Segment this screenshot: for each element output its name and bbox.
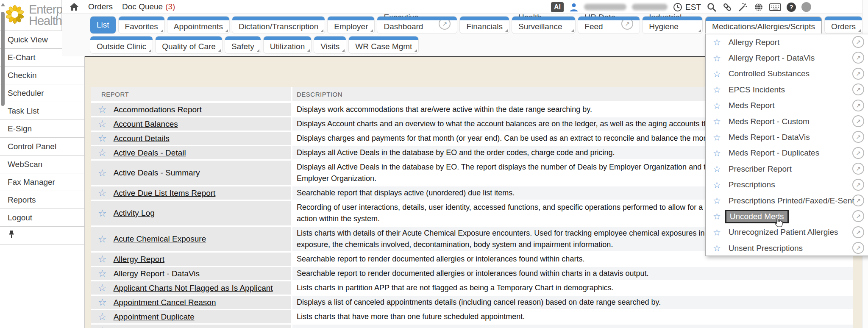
favorite-star-icon[interactable]: ☆ (98, 269, 107, 278)
open-in-new-icon[interactable]: ↗ (852, 179, 864, 191)
menu-item-meds-report-duplicates[interactable]: ☆ Meds Report - Duplicates ↗ (706, 145, 868, 161)
favorite-star-icon[interactable]: ☆ (98, 283, 107, 293)
open-in-new-icon[interactable]: ↗ (852, 52, 864, 64)
ai-badge[interactable]: AI (551, 2, 564, 12)
menu-item-epcs-incidents[interactable]: ☆ EPCS Incidents ↗ (706, 82, 868, 97)
tab-industrial-hygiene[interactable]: Industrial Hygiene (643, 17, 702, 33)
menu-item-controlled-substances[interactable]: ☆ Controlled Substances ↗ (706, 66, 868, 82)
tab-list[interactable]: List (90, 17, 116, 33)
favorite-star-icon[interactable]: ☆ (98, 105, 107, 114)
favorite-star-icon[interactable]: ☆ (713, 244, 721, 253)
report-link[interactable]: Applicant Charts Not Flagged as Is Appli… (114, 284, 273, 293)
favorite-star-icon[interactable]: ☆ (98, 208, 107, 218)
menu-item-meds-report-datavis[interactable]: ☆ Meds Report - DataVis ↗ (706, 129, 868, 145)
menu-item-uncoded-meds[interactable]: ☆ Uncoded Meds ↗ (706, 208, 868, 224)
report-link[interactable]: Accommodations Report (114, 105, 202, 114)
sidebar-item-webscan[interactable]: WebScan (0, 155, 84, 173)
tab-visits[interactable]: Visits (314, 36, 346, 53)
sidebar-pin-button[interactable] (0, 226, 84, 245)
open-in-new-icon[interactable]: ↗ (852, 100, 864, 111)
clock-icon[interactable] (673, 3, 682, 12)
report-link[interactable]: Appointment Duplicate (114, 312, 195, 322)
menu-item-prescriptions-printed-faxed-e-sent[interactable]: ☆ Prescriptions Printed/Faxed/E-Sent ↗ (706, 193, 868, 208)
report-link[interactable]: Active Deals - Summary (114, 168, 200, 178)
favorite-star-icon[interactable]: ☆ (98, 148, 107, 158)
wand-icon[interactable] (738, 2, 748, 12)
menu-item-unrecognized-patient-allergies[interactable]: ☆ Unrecognized Patient Allergies ↗ (706, 225, 868, 240)
tab-employer[interactable]: Employer (328, 17, 374, 33)
open-in-new-icon[interactable]: ↗ (852, 226, 864, 238)
favorite-star-icon[interactable]: ☆ (713, 38, 721, 47)
tab-appointments[interactable]: Appointments (167, 17, 229, 33)
tab-financials[interactable]: Financials (460, 17, 509, 33)
report-link[interactable]: Active Due List Items Report (114, 189, 216, 198)
tab-dictation-transcription[interactable]: Dictation/Transcription (232, 17, 325, 33)
menu-item-unsent-prescriptions[interactable]: ☆ Unsent Prescriptions ↗ (706, 240, 868, 256)
link-icon[interactable] (722, 2, 732, 12)
sidebar-item-checkin[interactable]: Checkin (0, 66, 84, 84)
report-link[interactable]: Allergy Report - DataVis (114, 269, 200, 278)
globe-icon[interactable] (754, 2, 764, 12)
tab-hr-data-feed[interactable]: HR Data Feed ↗ (578, 17, 640, 33)
avatar[interactable] (801, 2, 811, 12)
sidebar-item-fax-manager[interactable]: Fax Manager (0, 173, 84, 191)
open-in-new-icon[interactable]: ↗ (852, 115, 864, 127)
favorite-star-icon[interactable]: ☆ (713, 133, 721, 142)
help-icon[interactable]: ? (787, 3, 796, 12)
tab-quality-of-care[interactable]: Quality of Care (156, 36, 222, 53)
favorite-star-icon[interactable]: ☆ (713, 69, 721, 78)
favorite-star-icon[interactable]: ☆ (98, 119, 107, 129)
tab-favorites[interactable]: Favorites (119, 17, 164, 33)
sidebar-item-scheduler[interactable]: Scheduler (0, 84, 84, 102)
keyboard-icon[interactable] (769, 3, 781, 11)
sidebar-item-control-panel[interactable]: Control Panel (0, 137, 84, 155)
report-link[interactable]: Acute Chemical Exposure (114, 234, 206, 244)
favorite-star-icon[interactable]: ☆ (713, 117, 721, 126)
tab-wr-case-mgmt[interactable]: WR Case Mgmt (349, 36, 418, 53)
menu-item-allergy-report[interactable]: ☆ Allergy Report ↗ (706, 34, 868, 50)
open-in-new-icon[interactable]: ↗ (852, 195, 864, 206)
report-link[interactable]: Allergy Report (114, 255, 164, 264)
favorite-star-icon[interactable]: ☆ (98, 297, 107, 307)
tab-outside-clinic[interactable]: Outside Clinic (90, 36, 153, 53)
favorite-star-icon[interactable]: ☆ (713, 54, 721, 63)
favorite-star-icon[interactable]: ☆ (98, 326, 107, 328)
favorite-star-icon[interactable]: ☆ (98, 133, 107, 143)
scrollbar-thumb[interactable] (1, 12, 5, 106)
breadcrumb-doc-queue[interactable]: Doc Queue(3) (122, 2, 175, 11)
tab-safety[interactable]: Safety (225, 36, 261, 53)
menu-item-prescriptions[interactable]: ☆ Prescriptions ↗ (706, 177, 868, 193)
sidebar-item-task-list[interactable]: Task List (0, 102, 84, 120)
menu-item-meds-report-custom[interactable]: ☆ Meds Report - Custom ↗ (706, 114, 868, 129)
menu-item-prescriber-report[interactable]: ☆ Prescriber Report ↗ (706, 161, 868, 177)
menu-item-meds-report[interactable]: ☆ Meds Report ↗ (706, 98, 868, 114)
favorite-star-icon[interactable]: ☆ (713, 85, 721, 94)
report-link[interactable]: Appointment No Location (114, 327, 204, 328)
report-link[interactable]: Activity Log (114, 208, 155, 218)
favorite-star-icon[interactable]: ☆ (713, 164, 721, 173)
column-header-report[interactable]: REPORT (91, 87, 291, 101)
tab-utilization[interactable]: Utilization (264, 36, 311, 53)
favorite-star-icon[interactable]: ☆ (98, 168, 107, 178)
open-in-new-icon[interactable]: ↗ (852, 147, 864, 159)
tab-orders[interactable]: Orders (825, 17, 862, 33)
favorite-star-icon[interactable]: ☆ (713, 212, 721, 221)
scrollbar-up-arrow-icon[interactable] (1, 3, 5, 6)
open-in-new-icon[interactable]: ↗ (852, 242, 864, 254)
tab-medications-allergies-scripts[interactable]: Medications/Allergies/Scripts (705, 17, 822, 33)
report-link[interactable]: Active Deals - Detail (114, 148, 186, 158)
open-in-new-icon[interactable]: ↗ (852, 210, 864, 222)
open-in-new-icon[interactable]: ↗ (852, 163, 864, 175)
favorite-star-icon[interactable]: ☆ (713, 149, 721, 158)
favorite-star-icon[interactable]: ☆ (98, 312, 107, 322)
favorite-star-icon[interactable]: ☆ (98, 234, 107, 244)
favorite-star-icon[interactable]: ☆ (98, 254, 107, 264)
report-link[interactable]: Appointment Cancel Reason (114, 298, 216, 307)
home-icon[interactable] (70, 3, 79, 11)
favorite-star-icon[interactable]: ☆ (713, 196, 721, 205)
open-in-new-icon[interactable]: ↗ (852, 131, 864, 143)
breadcrumb-orders[interactable]: Orders (88, 2, 113, 11)
report-link[interactable]: Account Details (114, 134, 170, 143)
favorite-star-icon[interactable]: ☆ (713, 101, 721, 110)
sidebar-item-logout[interactable]: Logout (0, 208, 84, 226)
